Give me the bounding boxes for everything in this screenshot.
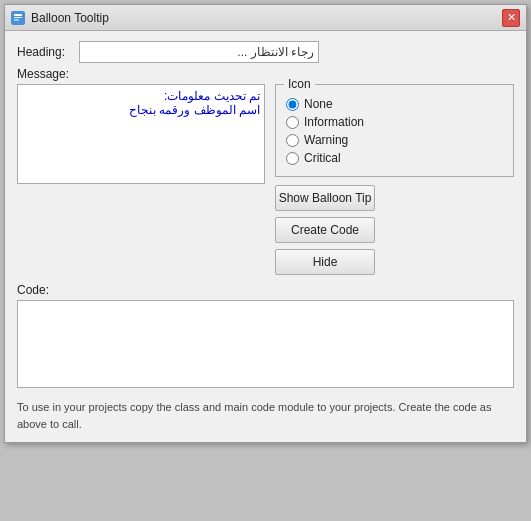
radio-critical-label[interactable]: Critical: [304, 151, 341, 165]
radio-none[interactable]: [286, 98, 299, 111]
content-area: تم تحديث معلومات: اسم الموظف ورقمه بنجاح…: [17, 84, 514, 275]
svg-rect-3: [14, 19, 19, 20]
close-button[interactable]: ✕: [502, 9, 520, 27]
message-label: Message:: [17, 67, 514, 81]
main-window: Balloon Tooltip ✕ Heading: Message: تم ت…: [4, 4, 527, 443]
svg-rect-2: [14, 17, 22, 18]
message-textarea[interactable]: تم تحديث معلومات: اسم الموظف ورقمه بنجاح: [17, 84, 265, 184]
hide-button[interactable]: Hide: [275, 249, 375, 275]
button-panel: Show Balloon Tip Create Code Hide: [275, 185, 514, 275]
footer-text: To use in your projects copy the class a…: [17, 399, 514, 432]
window-icon: [11, 11, 25, 25]
heading-row: Heading:: [17, 41, 514, 63]
code-label: Code:: [17, 283, 514, 297]
radio-row-information: Information: [286, 115, 503, 129]
radio-warning[interactable]: [286, 134, 299, 147]
radio-information-label[interactable]: Information: [304, 115, 364, 129]
radio-warning-label[interactable]: Warning: [304, 133, 348, 147]
radio-row-none: None: [286, 97, 503, 111]
title-bar: Balloon Tooltip ✕: [5, 5, 526, 31]
radio-critical[interactable]: [286, 152, 299, 165]
radio-information[interactable]: [286, 116, 299, 129]
heading-input[interactable]: [79, 41, 319, 63]
window-title: Balloon Tooltip: [31, 11, 109, 25]
window-body: Heading: Message: تم تحديث معلومات: اسم …: [5, 31, 526, 442]
create-code-button[interactable]: Create Code: [275, 217, 375, 243]
right-panel: Icon None Information Warning: [275, 84, 514, 275]
title-bar-left: Balloon Tooltip: [11, 11, 109, 25]
code-textarea[interactable]: [17, 300, 514, 388]
svg-rect-1: [14, 14, 22, 16]
radio-row-warning: Warning: [286, 133, 503, 147]
show-balloon-tip-button[interactable]: Show Balloon Tip: [275, 185, 375, 211]
heading-label: Heading:: [17, 45, 79, 59]
icon-group: Icon None Information Warning: [275, 84, 514, 177]
code-section: Code:: [17, 283, 514, 391]
icon-group-legend: Icon: [284, 77, 315, 91]
radio-row-critical: Critical: [286, 151, 503, 165]
radio-none-label[interactable]: None: [304, 97, 333, 111]
